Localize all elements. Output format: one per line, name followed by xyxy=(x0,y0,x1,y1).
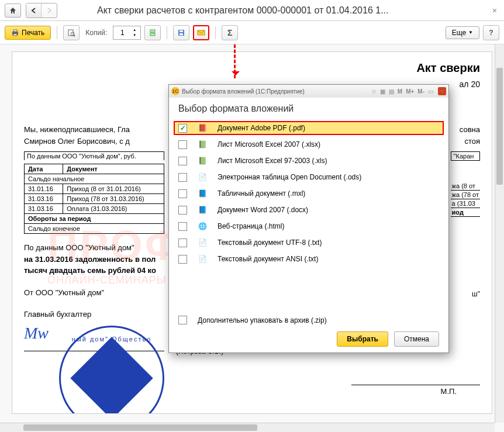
tool-icon[interactable]: ▦ xyxy=(379,88,386,95)
file-type-icon: 🌐 xyxy=(198,222,207,231)
chevron-down-icon: ▼ xyxy=(468,30,473,35)
sigma-icon: Σ xyxy=(227,28,232,37)
doc-table-right-partial: "Каран жа (8 от жа (78 от а (31.03 иод xyxy=(451,151,480,234)
file-type-icon: 📕 xyxy=(198,123,207,133)
spinner-down[interactable]: ▼ xyxy=(131,33,138,38)
stamp-icon: ный дом" Общество xyxy=(59,326,164,414)
svg-line-5 xyxy=(74,35,75,36)
format-row[interactable]: 📘Табличный документ (.mxl) xyxy=(169,185,448,202)
table-row: Обороты за период xyxy=(25,214,164,224)
more-label: Еще xyxy=(452,29,466,37)
help-button[interactable]: ? xyxy=(483,25,499,40)
copies-spinner[interactable]: ▲▼ xyxy=(113,26,141,40)
format-row[interactable]: 📄Текстовый документ UTF-8 (.txt) xyxy=(169,234,448,251)
tool-icon[interactable]: ☆ xyxy=(370,88,378,95)
dialog-title-bar[interactable]: 1С Выбор формата вложений (1С:Предприяти… xyxy=(169,85,448,98)
zip-label: Дополнительно упаковать в архив (.zip) xyxy=(198,316,327,324)
sum-button[interactable]: Σ xyxy=(222,25,238,40)
table-caption: По данным ООО "Уютный дом", руб. xyxy=(24,151,164,160)
window-title: Акт сверки расчетов с контрагентом 0000-… xyxy=(97,5,388,16)
table-row: 31.03.16Оплата (31.03.2016) xyxy=(25,204,164,214)
file-type-icon: 📗 xyxy=(198,156,207,165)
format-checkbox[interactable] xyxy=(178,140,187,149)
format-label: Лист Microsoft Excel 97-2003 (.xls) xyxy=(218,157,327,165)
separator xyxy=(215,26,216,39)
dialog-header: Выбор формата вложений xyxy=(169,98,448,120)
settings-button[interactable] xyxy=(144,25,161,40)
table-row: Сальдо начальное xyxy=(25,174,164,184)
minimize-icon[interactable]: ▭ xyxy=(427,88,434,95)
email-button[interactable] xyxy=(193,25,209,40)
save-button[interactable] xyxy=(173,25,189,40)
select-button[interactable]: Выбрать xyxy=(337,331,388,347)
help-icon: ? xyxy=(489,29,493,37)
file-type-icon: 📗 xyxy=(198,140,207,149)
mp-label: М.П. xyxy=(441,387,457,396)
vertical-scrollbar[interactable] xyxy=(495,44,504,423)
format-row[interactable]: 📗Лист Microsoft Excel 2007 (.xlsx) xyxy=(169,136,448,153)
dialog-close-button[interactable]: × xyxy=(438,87,446,95)
format-checkbox[interactable] xyxy=(178,255,187,264)
format-label: Лист Microsoft Excel 2007 (.xlsx) xyxy=(218,140,320,148)
table-row: Сальдо конечное xyxy=(25,224,164,234)
cancel-button[interactable]: Отмена xyxy=(394,331,439,347)
spinner-up[interactable]: ▲ xyxy=(131,27,138,33)
format-row[interactable]: 🌐Веб-страница (.html) xyxy=(169,218,448,234)
home-button[interactable] xyxy=(5,4,21,18)
format-label: Веб-страница (.html) xyxy=(218,222,284,230)
zip-checkbox[interactable] xyxy=(178,316,187,324)
svg-rect-9 xyxy=(179,33,183,35)
format-checkbox[interactable] xyxy=(178,124,187,133)
format-label: Табличный документ (.mxl) xyxy=(218,189,305,198)
file-type-icon: 📘 xyxy=(198,205,207,215)
callout-arrow xyxy=(234,44,236,78)
format-checkbox[interactable] xyxy=(178,189,187,198)
format-label: Документ Adobe PDF (.pdf) xyxy=(218,124,305,132)
format-label: Электронная таблица Open Document (.ods) xyxy=(218,173,361,181)
more-button[interactable]: Еще ▼ xyxy=(446,26,479,39)
format-row[interactable]: 📕Документ Adobe PDF (.pdf) xyxy=(174,121,444,135)
format-row[interactable]: 📗Лист Microsoft Excel 97-2003 (.xls) xyxy=(169,153,448,169)
doc-title: Акт сверки xyxy=(24,61,480,75)
format-checkbox[interactable] xyxy=(178,157,187,165)
separator xyxy=(167,26,167,39)
table-row: 31.03.16Приход (78 от 31.03.2016) xyxy=(25,194,164,204)
copies-label: Копий: xyxy=(85,29,107,37)
zip-option[interactable]: Дополнительно упаковать в архив (.zip) xyxy=(178,316,439,324)
doc-table: ДатаДокумент Сальдо начальное 31.01.16Пр… xyxy=(24,164,164,234)
format-label: Документ Word 2007 (.docx) xyxy=(218,206,308,214)
file-type-icon: 📄 xyxy=(198,238,207,247)
format-checkbox[interactable] xyxy=(178,239,187,247)
format-checkbox[interactable] xyxy=(178,206,187,215)
nav-back-button[interactable] xyxy=(26,4,42,18)
m-minus-button[interactable]: M- xyxy=(416,88,426,95)
format-row[interactable]: 📘Документ Word 2007 (.docx) xyxy=(169,202,448,218)
doc-paragraph: Мы, нижеподписавшиеся, Гла Смирнов Олег … xyxy=(24,124,130,147)
svg-rect-6 xyxy=(150,30,155,36)
m-button[interactable]: M xyxy=(396,88,403,95)
format-checkbox[interactable] xyxy=(178,173,187,182)
format-row[interactable]: 📄Текстовый документ ANSI (.txt) xyxy=(169,251,448,267)
format-dialog: 1С Выбор формата вложений (1С:Предприяти… xyxy=(168,84,449,353)
copies-input[interactable] xyxy=(113,29,131,37)
right-sig-line xyxy=(351,385,480,385)
doc-paragraph-right: совна стоя xyxy=(460,124,480,147)
file-type-icon: 📄 xyxy=(198,254,207,264)
tab-close-button[interactable]: × xyxy=(490,4,499,18)
format-row[interactable]: 📄Электронная таблица Open Document (.ods… xyxy=(169,169,448,185)
preview-button[interactable] xyxy=(63,25,80,40)
format-label: Текстовый документ UTF-8 (.txt) xyxy=(218,239,322,247)
svg-rect-2 xyxy=(13,34,17,36)
print-label: Печать xyxy=(22,29,44,37)
tool-icon[interactable]: ▤ xyxy=(388,88,395,95)
format-list: 📕Документ Adobe PDF (.pdf)📗Лист Microsof… xyxy=(169,120,448,310)
separator xyxy=(57,26,57,39)
horizontal-scrollbar[interactable] xyxy=(0,423,495,432)
dialog-window-title: Выбор формата вложений (1С:Предприятие) xyxy=(182,88,305,95)
print-button[interactable]: Печать xyxy=(5,26,51,40)
app-icon: 1С xyxy=(171,87,179,95)
m-plus-button[interactable]: M+ xyxy=(405,88,415,95)
format-label: Текстовый документ ANSI (.txt) xyxy=(218,255,318,263)
format-checkbox[interactable] xyxy=(178,222,187,231)
file-type-icon: 📄 xyxy=(198,172,207,182)
